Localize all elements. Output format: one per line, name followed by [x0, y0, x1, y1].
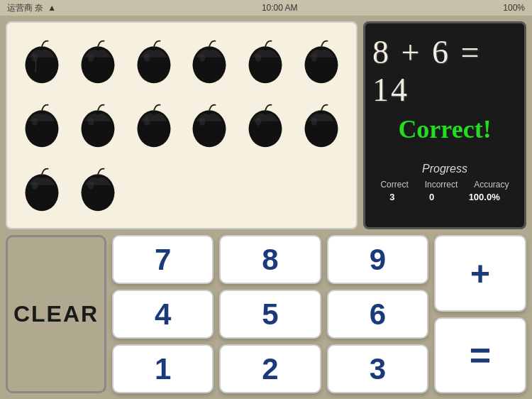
svg-point-19	[199, 118, 206, 126]
svg-point-25	[32, 181, 38, 189]
plus-button[interactable]: +	[434, 235, 526, 311]
button-4[interactable]: 4	[112, 290, 214, 339]
apple-5	[241, 38, 289, 86]
progress-values: 3 0 100.0%	[372, 192, 517, 202]
apple-1	[18, 38, 66, 86]
clear-button[interactable]: CLEAR	[6, 235, 106, 393]
svg-point-27	[88, 181, 94, 189]
svg-point-15	[88, 118, 94, 126]
status-carrier: 运营商 奈 ▲	[7, 2, 56, 14]
apple-13	[18, 165, 66, 214]
button-1[interactable]: 1	[112, 344, 214, 393]
accuracy-header: Accuracy	[474, 180, 509, 190]
apple-14	[74, 165, 122, 214]
button-2[interactable]: 2	[219, 344, 321, 393]
button-5[interactable]: 5	[219, 290, 321, 339]
svg-point-17	[143, 118, 150, 126]
correct-header: Correct	[380, 180, 408, 190]
apple-4	[185, 38, 233, 86]
equation-display: 8 + 6 = 14	[372, 33, 517, 109]
apple-8	[74, 102, 122, 150]
apple-2	[74, 38, 122, 86]
progress-headers: Correct Incorrect Accuracy	[372, 180, 517, 190]
svg-point-23	[311, 118, 317, 126]
svg-point-11	[311, 54, 317, 62]
svg-point-21	[255, 118, 262, 126]
equals-button[interactable]: =	[434, 317, 526, 393]
status-bar: 运营商 奈 ▲ 10:00 AM 100%	[0, 0, 532, 16]
chalkboard: 8 + 6 = 14 Correct! Progress Correct Inc…	[363, 21, 526, 229]
button-9[interactable]: 9	[327, 235, 428, 284]
incorrect-header: Incorrect	[425, 180, 458, 190]
top-section: 8 + 6 = 14 Correct! Progress Correct Inc…	[6, 21, 526, 229]
wifi-icon: ▲	[48, 3, 56, 13]
svg-point-13	[32, 118, 38, 126]
button-3[interactable]: 3	[327, 344, 428, 393]
apple-10	[185, 102, 233, 150]
svg-point-9	[255, 54, 262, 62]
button-6[interactable]: 6	[327, 290, 428, 339]
number-grid: 7 8 9 4 5 6 1 2 3	[112, 235, 428, 393]
apple-7	[18, 102, 66, 150]
apple-9	[130, 102, 178, 150]
operator-column: + =	[434, 235, 526, 393]
progress-title: Progress	[372, 163, 517, 175]
status-battery: 100%	[503, 3, 525, 13]
progress-section: Progress Correct Incorrect Accuracy 3 0 …	[372, 163, 517, 202]
button-7[interactable]: 7	[112, 235, 214, 284]
apple-3	[130, 38, 178, 86]
correct-value: 3	[389, 192, 394, 202]
button-8[interactable]: 8	[219, 235, 321, 284]
feedback-text: Correct!	[398, 114, 491, 144]
svg-point-1	[32, 54, 38, 62]
svg-point-3	[88, 54, 94, 62]
apple-12	[297, 102, 345, 150]
keypad-section: CLEAR 7 8 9 4 5 6 1 2 3 + =	[6, 235, 526, 393]
incorrect-value: 0	[429, 192, 434, 202]
main-content: 8 + 6 = 14 Correct! Progress Correct Inc…	[0, 16, 532, 399]
accuracy-value: 100.0%	[469, 192, 500, 202]
apple-11	[241, 102, 289, 150]
apple-display	[6, 21, 358, 229]
svg-point-5	[143, 54, 150, 62]
status-time: 10:00 AM	[262, 3, 298, 13]
apple-6	[297, 38, 345, 86]
svg-point-7	[199, 54, 206, 62]
